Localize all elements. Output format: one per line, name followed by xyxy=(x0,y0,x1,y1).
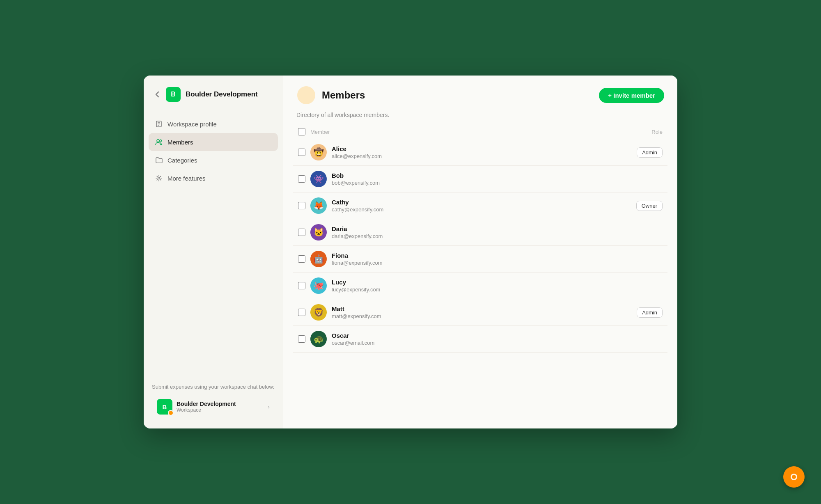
sidebar: B Boulder Development Workspace profile xyxy=(144,76,283,428)
workspace-name: Boulder Development xyxy=(186,90,258,99)
workspace-chat-link[interactable]: B Boulder Development Workspace › xyxy=(152,395,275,419)
sidebar-item-categories[interactable]: Categories xyxy=(149,151,278,169)
checkbox-fiona[interactable] xyxy=(298,255,305,263)
workspace-chat-icon: B xyxy=(157,399,172,415)
member-email-fiona: fiona@expensify.com xyxy=(332,260,663,266)
member-info-bob: Bob bob@expensify.com xyxy=(332,172,663,186)
role-badge-alice[interactable]: Admin xyxy=(637,147,663,158)
sidebar-item-more-features[interactable]: More features xyxy=(149,169,278,187)
member-name-bob: Bob xyxy=(332,172,663,179)
member-name-lucy: Lucy xyxy=(332,279,663,286)
avatar-lucy: 🐙 xyxy=(310,277,327,294)
select-all-checkbox[interactable] xyxy=(298,128,305,135)
workspace-profile-label: Workspace profile xyxy=(167,121,217,128)
members-nav-label: Members xyxy=(167,139,193,146)
chat-sub: Workspace xyxy=(177,407,236,413)
member-info-cathy: Cathy cathy@expensify.com xyxy=(332,199,631,213)
role-badge-matt[interactable]: Admin xyxy=(637,307,663,318)
table-header: Member Role xyxy=(293,125,667,139)
page-title: Members xyxy=(322,89,365,101)
gear-icon xyxy=(154,174,163,183)
sidebar-footer: Submit expenses using your workspace cha… xyxy=(144,377,283,428)
sidebar-header: B Boulder Development xyxy=(144,76,283,112)
header-left: 🤠 Members xyxy=(296,85,365,105)
members-table: Member Role 🤠 Alice alice@expensify.com … xyxy=(283,125,677,428)
members-page-icon: 🤠 xyxy=(296,85,316,105)
member-info-matt: Matt matt@expensify.com xyxy=(332,305,632,319)
members-list: 🤠 Alice alice@expensify.com Admin👾 Bob b… xyxy=(293,139,667,353)
submit-expenses-text: Submit expenses using your workspace cha… xyxy=(152,384,275,390)
member-row-oscar[interactable]: 🐢 Oscar oscar@email.com xyxy=(293,326,667,353)
member-email-oscar: oscar@email.com xyxy=(332,340,663,346)
checkbox-alice[interactable] xyxy=(298,149,305,156)
checkbox-matt[interactable] xyxy=(298,309,305,316)
doc-icon xyxy=(154,119,163,128)
chat-arrow-icon: › xyxy=(268,403,270,410)
svg-point-4 xyxy=(157,140,159,142)
member-info-lucy: Lucy lucy@expensify.com xyxy=(332,279,663,293)
chat-badge xyxy=(168,410,174,416)
svg-point-10 xyxy=(792,475,796,479)
people-icon xyxy=(154,137,163,147)
sidebar-nav: Workspace profile Members xyxy=(144,112,283,377)
member-name-oscar: Oscar xyxy=(332,332,663,339)
chat-name: Boulder Development xyxy=(177,401,236,407)
back-button[interactable] xyxy=(154,89,161,99)
member-row-bob[interactable]: 👾 Bob bob@expensify.com xyxy=(293,166,667,192)
column-header-role: Role xyxy=(630,129,663,135)
checkbox-daria[interactable] xyxy=(298,229,305,236)
avatar-daria: 🐱 xyxy=(310,224,327,241)
floating-chat-button[interactable] xyxy=(783,466,805,488)
member-info-alice: Alice alice@expensify.com xyxy=(332,145,632,159)
avatar-oscar: 🐢 xyxy=(310,331,327,347)
more-features-label: More features xyxy=(167,175,206,182)
member-email-matt: matt@expensify.com xyxy=(332,313,632,319)
directory-description: Directory of all workspace members. xyxy=(283,112,677,125)
member-row-lucy[interactable]: 🐙 Lucy lucy@expensify.com xyxy=(293,273,667,299)
checkbox-oscar[interactable] xyxy=(298,335,305,343)
member-row-matt[interactable]: 🦁 Matt matt@expensify.com Admin xyxy=(293,299,667,326)
role-badge-cathy[interactable]: Owner xyxy=(636,201,663,211)
svg-point-7 xyxy=(297,86,315,104)
member-info-oscar: Oscar oscar@email.com xyxy=(332,332,663,346)
main-content: 🤠 Members + Invite member Directory of a… xyxy=(283,76,677,428)
member-row-cathy[interactable]: 🦊 Cathy cathy@expensify.com Owner xyxy=(293,192,667,219)
member-name-cathy: Cathy xyxy=(332,199,631,206)
column-header-member: Member xyxy=(310,129,625,135)
member-row-daria[interactable]: 🐱 Daria daria@expensify.com xyxy=(293,219,667,246)
member-info-fiona: Fiona fiona@expensify.com xyxy=(332,252,663,266)
member-name-matt: Matt xyxy=(332,305,632,312)
member-email-daria: daria@expensify.com xyxy=(332,233,663,239)
folder-icon xyxy=(154,156,163,165)
sidebar-item-workspace-profile[interactable]: Workspace profile xyxy=(149,115,278,133)
checkbox-bob[interactable] xyxy=(298,175,305,183)
main-header: 🤠 Members + Invite member xyxy=(283,76,677,112)
member-name-daria: Daria xyxy=(332,225,663,232)
workspace-chat-text: Boulder Development Workspace xyxy=(177,401,236,413)
sidebar-item-members[interactable]: Members xyxy=(149,133,278,151)
workspace-icon: B xyxy=(166,87,181,102)
svg-point-5 xyxy=(160,140,162,142)
member-row-fiona[interactable]: 🤖 Fiona fiona@expensify.com xyxy=(293,246,667,273)
avatar-matt: 🦁 xyxy=(310,304,327,321)
checkbox-cathy[interactable] xyxy=(298,202,305,209)
avatar-cathy: 🦊 xyxy=(310,197,327,214)
member-name-alice: Alice xyxy=(332,145,632,152)
svg-point-6 xyxy=(158,177,160,179)
avatar-alice: 🤠 xyxy=(310,144,327,160)
member-email-cathy: cathy@expensify.com xyxy=(332,206,631,213)
categories-label: Categories xyxy=(167,157,197,164)
member-email-lucy: lucy@expensify.com xyxy=(332,286,663,293)
member-row-alice[interactable]: 🤠 Alice alice@expensify.com Admin xyxy=(293,139,667,166)
member-name-fiona: Fiona xyxy=(332,252,663,259)
checkbox-lucy[interactable] xyxy=(298,282,305,289)
invite-member-button[interactable]: + Invite member xyxy=(599,88,664,103)
member-email-bob: bob@expensify.com xyxy=(332,180,663,186)
member-info-daria: Daria daria@expensify.com xyxy=(332,225,663,239)
avatar-bob: 👾 xyxy=(310,171,327,187)
avatar-fiona: 🤖 xyxy=(310,251,327,267)
member-email-alice: alice@expensify.com xyxy=(332,153,632,159)
